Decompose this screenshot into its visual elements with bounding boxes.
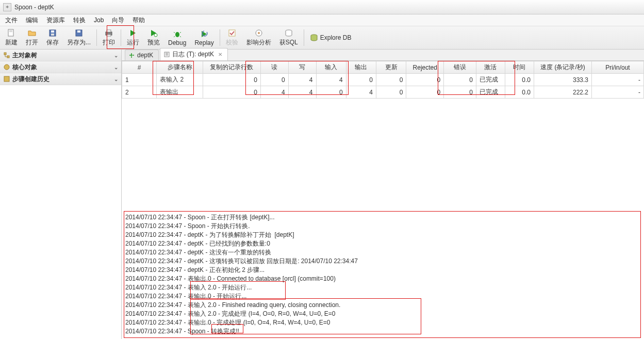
toolbar: 新建 打开 保存 另存为... 打印 运行 预览 Debug Replay 校验	[0, 26, 644, 50]
sql-icon	[284, 28, 293, 38]
tab-deptk[interactable]: deptK	[125, 50, 159, 60]
replay-button[interactable]: Replay	[190, 27, 218, 49]
replay-label: Replay	[194, 39, 213, 46]
log-line: 2014/07/10 22:34:47 - 表输入 2.0 - 开始运行...	[125, 283, 639, 292]
col-speed[interactable]: 速度 (条记录/秒)	[534, 61, 591, 74]
col-read[interactable]: 读	[260, 61, 288, 74]
table-cell: 333.3	[534, 74, 591, 86]
svg-rect-2	[9, 31, 12, 32]
debug-button[interactable]: Debug	[164, 27, 190, 49]
col-pio[interactable]: Pri/in/out	[592, 61, 644, 74]
play-dot-icon	[149, 28, 158, 38]
col-output[interactable]: 输出	[346, 61, 376, 74]
save-button[interactable]: 保存	[42, 27, 63, 49]
col-update[interactable]: 更新	[376, 61, 406, 74]
folder-open-icon	[27, 28, 37, 38]
print-button[interactable]: 打印	[98, 27, 119, 49]
chevron-down-icon: ⌄	[114, 53, 118, 58]
menu-file[interactable]: 文件	[1, 15, 22, 26]
debug-label: Debug	[168, 39, 186, 46]
explore-db-button[interactable]: Explore DB	[306, 27, 356, 49]
table-cell: 1	[122, 74, 157, 86]
svg-point-26	[4, 64, 9, 70]
print-label: 打印	[103, 38, 115, 47]
table-cell: 0	[346, 74, 376, 86]
log-line: 2014/07/10 22:34:47 - deptK - 这没有一个重放的转换	[125, 248, 639, 257]
svg-line-13	[174, 32, 175, 33]
table-row[interactable]: 1表输入 200440000已完成0.0333.3-	[122, 74, 644, 86]
sidebar-panel-core[interactable]: 核心对象 ⌄	[0, 61, 121, 73]
database-icon	[310, 34, 318, 42]
col-active[interactable]: 激活	[476, 61, 505, 74]
svg-rect-0	[8, 29, 13, 36]
log-line: 2014/07/10 22:34:47 - Spoon - 转换完成!!	[125, 327, 639, 336]
open-label: 打开	[26, 38, 38, 47]
tab-log[interactable]: 日志 (T): deptK ✕	[160, 48, 228, 60]
table-cell: 0.0	[505, 74, 534, 86]
explore-db-label: Explore DB	[320, 34, 352, 41]
table-cell: 4	[288, 74, 316, 86]
svg-line-16	[180, 36, 181, 37]
bug-icon	[173, 29, 182, 39]
menu-repository[interactable]: 资源库	[42, 15, 69, 26]
col-error[interactable]: 错误	[444, 61, 476, 74]
log-line: 2014/07/10 22:34:47 - deptK - 正在初始化 2 步骤…	[125, 266, 639, 275]
getsql-button[interactable]: 获SQL	[275, 27, 302, 49]
svg-rect-22	[4, 53, 6, 55]
content-area: deptK 日志 (T): deptK ✕ # 步骤名称	[122, 50, 644, 339]
col-rejected[interactable]: Rejected	[406, 61, 444, 74]
col-copy[interactable]: 复制的记录行数	[203, 61, 260, 74]
open-button[interactable]: 打开	[22, 27, 42, 49]
toolbar-separator	[220, 29, 220, 46]
svg-rect-7	[77, 30, 80, 33]
table-cell: 4	[346, 86, 376, 99]
log-line: 2014/07/10 22:34:47 - 表输出.0 - 开始运行...	[125, 292, 639, 301]
replay-icon	[200, 29, 209, 39]
log-line: 2014/07/10 22:34:47 - 表输出.0 - Connected …	[125, 275, 639, 283]
preview-button[interactable]: 预览	[143, 27, 164, 49]
impact-button[interactable]: 影响分析	[242, 27, 275, 49]
svg-rect-17	[229, 30, 235, 36]
col-stepname[interactable]: 步骤名称	[157, 61, 203, 74]
check-icon	[227, 28, 237, 38]
save-label: 保存	[46, 38, 59, 47]
run-button[interactable]: 运行	[123, 27, 143, 49]
tab-close-icon[interactable]: ✕	[218, 52, 222, 57]
menu-transform[interactable]: 转换	[69, 15, 90, 26]
col-index[interactable]: #	[122, 61, 157, 74]
table-cell: 0	[316, 86, 346, 99]
toolbar-separator	[304, 29, 304, 46]
svg-rect-1	[9, 30, 12, 31]
verify-button[interactable]: 校验	[222, 27, 242, 49]
menu-bar: 文件 编辑 资源库 转换 Job 向导 帮助	[0, 14, 644, 26]
log-line: 2014/07/10 22:34:47 - deptK - 已经找到的参数数量:…	[125, 239, 639, 248]
impact-label: 影响分析	[246, 38, 271, 47]
sidebar-panel-objecttree[interactable]: 主对象树 ⌄	[0, 50, 121, 61]
log-line: 2014/07/10 22:34:47 - 表输入 2.0 - Finished…	[125, 301, 639, 310]
svg-rect-5	[51, 34, 54, 36]
menu-help[interactable]: 帮助	[128, 15, 149, 26]
step-metrics-grid: # 步骤名称 复制的记录行数 读 写 输入 输出 更新 Rejected 错误 …	[122, 61, 644, 99]
sidebar-panel-history[interactable]: 步骤创建历史 ⌄	[0, 73, 121, 85]
col-write[interactable]: 写	[288, 61, 316, 74]
svg-rect-23	[7, 56, 9, 58]
saveas-button[interactable]: 另存为...	[63, 27, 95, 49]
menu-wizard[interactable]: 向导	[108, 15, 128, 26]
tab-label-log: 日志 (T): deptK	[172, 50, 214, 59]
table-cell: 0	[376, 74, 406, 86]
run-label: 运行	[127, 38, 139, 47]
log-panel[interactable]: 2014/07/10 22:34:47 - Spoon - 正在打开转换 [de…	[124, 211, 641, 338]
table-cell: 4	[260, 86, 288, 99]
table-row[interactable]: 2表输出04404000已完成0.0222.2-	[122, 86, 644, 99]
svg-point-28	[130, 54, 132, 56]
log-line: 2014/07/10 22:34:47 - 表输入 2.0 - 完成处理 (I=…	[125, 310, 639, 318]
menu-job[interactable]: Job	[90, 15, 108, 25]
menu-edit[interactable]: 编辑	[22, 15, 42, 26]
new-button[interactable]: 新建	[1, 27, 22, 49]
saveas-label: 另存为...	[67, 38, 91, 47]
sidebar-label-core: 核心对象	[12, 63, 37, 72]
table-cell: 0	[406, 74, 444, 86]
col-time[interactable]: 时间	[505, 61, 534, 74]
col-input[interactable]: 输入	[316, 61, 346, 74]
svg-rect-10	[107, 35, 111, 36]
